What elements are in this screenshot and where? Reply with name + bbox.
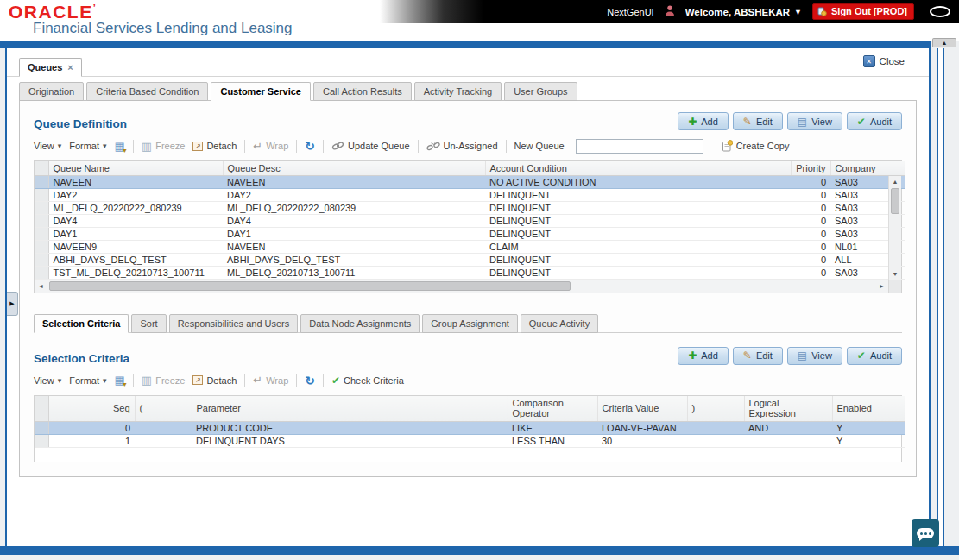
check-icon: ✔ (331, 374, 340, 387)
col-queue-name[interactable]: Queue Name (48, 161, 223, 175)
update-queue-button[interactable]: Update Queue (331, 141, 410, 151)
row-header (35, 227, 48, 240)
table-row[interactable]: 0 PRODUCT CODE LIKE LOAN-VE-PAVAN AND Y (35, 422, 905, 435)
table-row[interactable]: ML_DELQ_20220222_080239 ML_DELQ_20220222… (35, 201, 905, 214)
cell-criteria-value: 30 (597, 435, 687, 448)
view-menu[interactable]: View▾ (34, 141, 61, 151)
oval-toggle-icon[interactable] (930, 6, 950, 17)
separator (244, 374, 245, 387)
nextgenui-link[interactable]: NextGenUI (607, 7, 653, 17)
query-by-example-icon[interactable]: ▦▼ (115, 374, 125, 387)
cell-queue-desc: ML_DELQ_20220222_080239 (223, 201, 485, 214)
scrollbar-thumb[interactable] (891, 188, 899, 214)
tab-activity-tracking[interactable]: Activity Tracking (414, 82, 502, 101)
vertical-scrollbar[interactable]: ▲ ▼ (888, 176, 901, 280)
view-button[interactable]: ▤View (787, 112, 842, 130)
detach-button[interactable]: ↗Detach (192, 375, 237, 386)
format-menu[interactable]: Format▾ (69, 141, 106, 151)
tab-data-node-assignments[interactable]: Data Node Assignments (300, 314, 420, 333)
session-bar: NextGenUI Welcome, ABSHEKAR ▼ Sign Out [… (380, 0, 959, 23)
separator (418, 140, 419, 153)
add-button[interactable]: ✚Add (678, 112, 729, 130)
scrollbar-thumb[interactable] (49, 281, 571, 291)
col-close-paren[interactable]: ) (687, 396, 744, 422)
col-queue-desc[interactable]: Queue Desc (223, 161, 485, 175)
check-criteria-button[interactable]: ✔Check Criteria (331, 374, 404, 387)
row-header (35, 422, 48, 435)
tab-customer-service[interactable]: Customer Service (211, 82, 311, 101)
collapse-panel-handle[interactable]: ▲ (932, 38, 956, 47)
edit-button[interactable]: ✎Edit (733, 112, 783, 130)
scroll-left-icon[interactable]: ◄ (35, 283, 47, 289)
expand-left-panel-handle[interactable]: ▶ (7, 292, 18, 316)
close-button[interactable]: ✕ Close (863, 55, 905, 67)
audit-button[interactable]: ✔Audit (847, 112, 902, 130)
view-button[interactable]: ▤View (787, 347, 842, 365)
new-queue-label: New Queue (514, 141, 565, 151)
row-header (35, 266, 48, 279)
tab-call-action-results[interactable]: Call Action Results (313, 82, 412, 101)
cell-parameter: PRODUCT CODE (192, 422, 508, 435)
separator (133, 374, 134, 387)
sign-out-button[interactable]: Sign Out [PROD] (812, 3, 914, 20)
scroll-down-icon[interactable]: ▼ (889, 268, 901, 280)
add-button[interactable]: ✚Add (678, 347, 729, 365)
scrollbar-track[interactable] (47, 280, 875, 292)
col-account-condition[interactable]: Account Condition (485, 161, 791, 175)
table-row[interactable]: DAY1 DAY1 DELINQUENT 0 SA03 (35, 227, 905, 240)
horizontal-scrollbar[interactable]: ◄ ► (35, 280, 901, 293)
table-row[interactable]: 1 DELINQUENT DAYS LESS THAN 30 Y (35, 435, 905, 448)
cell-queue-name: TST_ML_DELQ_20210713_100711 (48, 266, 223, 279)
scroll-right-icon[interactable]: ► (875, 283, 888, 289)
refresh-icon[interactable]: ↻ (305, 374, 315, 387)
create-copy-label: Create Copy (736, 141, 790, 151)
edit-button[interactable]: ✎Edit (733, 347, 783, 365)
table-row[interactable]: NAVEEN9 NAVEEN CLAIM 0 NL01 (35, 240, 905, 253)
separator (506, 140, 507, 153)
format-menu[interactable]: Format▾ (69, 375, 106, 386)
col-company[interactable]: Company (830, 161, 905, 175)
table-row[interactable]: TST_ML_DELQ_20210713_100711 ML_DELQ_2021… (35, 266, 905, 279)
plus-icon: ✚ (688, 116, 697, 128)
table-row[interactable]: ABHI_DAYS_DELQ_TEST ABHI_DAYS_DELQ_TEST … (35, 253, 905, 266)
user-menu[interactable]: Welcome, ABSHEKAR ▼ (685, 7, 802, 17)
tab-origination[interactable]: Origination (19, 82, 84, 101)
tab-criteria-based-condition[interactable]: Criteria Based Condition (86, 82, 208, 101)
freeze-icon: ▥ (142, 374, 152, 387)
chat-button[interactable] (912, 519, 939, 547)
workspace-tab-close-icon[interactable]: × (67, 62, 73, 72)
detach-button[interactable]: ↗Detach (192, 141, 237, 151)
tab-group-assignment[interactable]: Group Assignment (422, 314, 518, 333)
view-menu-label: View (34, 375, 54, 386)
refresh-icon[interactable]: ↻ (305, 139, 315, 153)
col-seq[interactable]: Seq (48, 396, 135, 422)
table-row[interactable]: DAY2 DAY2 DELINQUENT 0 SA03 (35, 188, 905, 201)
tab-queue-activity[interactable]: Queue Activity (521, 314, 598, 333)
view-menu[interactable]: View▾ (34, 375, 61, 386)
tab-selection-criteria[interactable]: Selection Criteria (34, 314, 129, 333)
broken-chain-icon (426, 142, 440, 151)
col-open-paren[interactable]: ( (135, 396, 192, 422)
create-copy-button[interactable]: Create Copy (722, 140, 790, 152)
workspace-tab-queues[interactable]: Queues × (19, 58, 82, 77)
col-parameter[interactable]: Parameter (192, 396, 508, 422)
queue-definition-grid: Queue Name Queue Desc Account Condition … (34, 160, 902, 293)
col-criteria-value[interactable]: Criteria Value (597, 396, 687, 422)
col-priority[interactable]: Priority (791, 161, 830, 175)
col-logical-expression[interactable]: Logical Expression (744, 396, 832, 422)
un-assigned-button[interactable]: Un-Assigned (426, 141, 498, 151)
user-icon (665, 5, 675, 19)
table-row[interactable]: DAY4 DAY4 DELINQUENT 0 SA03 (35, 214, 905, 227)
close-label: Close (880, 56, 905, 66)
col-comparison-operator[interactable]: Comparison Operator (508, 396, 597, 422)
tab-responsibilities-and-users[interactable]: Responsibilities and Users (169, 314, 299, 333)
new-queue-input[interactable] (576, 139, 703, 154)
scroll-up-icon[interactable]: ▲ (889, 176, 901, 187)
audit-button[interactable]: ✔Audit (847, 347, 902, 365)
tab-sort[interactable]: Sort (131, 314, 166, 333)
query-by-example-icon[interactable]: ▦▼ (115, 140, 125, 153)
table-row[interactable]: NAVEEN NAVEEN NO ACTIVE CONDITION 0 SA03 (35, 175, 905, 188)
tab-user-groups[interactable]: User Groups (504, 82, 577, 101)
col-enabled[interactable]: Enabled (832, 396, 905, 422)
cell-queue-desc: DAY2 (223, 188, 485, 201)
